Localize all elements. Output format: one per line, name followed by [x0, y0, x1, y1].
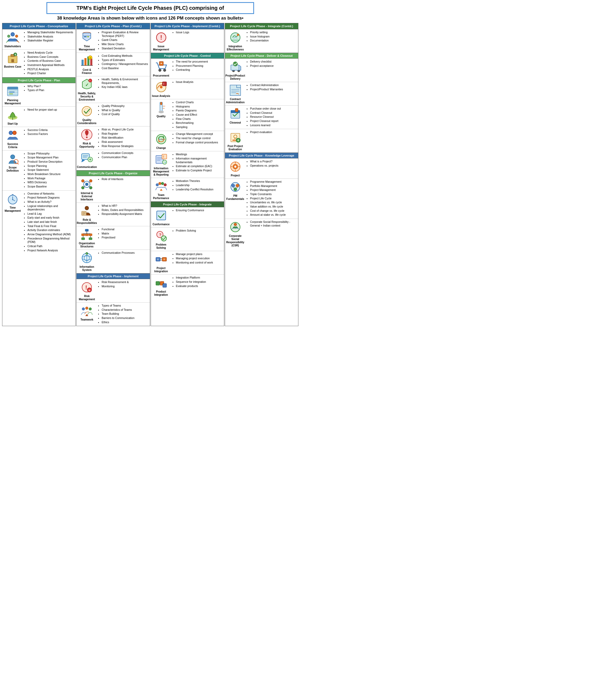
- scope-bullets: Scope Philosophy Scope Management Plan P…: [23, 152, 74, 189]
- hsse-icon-label: ✓ ! Health, Safety, Security & Environme…: [78, 78, 96, 101]
- pm-fundamentals-icon: [229, 180, 242, 194]
- bullet-item: Issue histogram: [250, 35, 297, 39]
- col2-header: Project Life Cycle Phase - Plan (Contd.): [77, 23, 150, 29]
- knowledge-leverage-subheader: Project Life Cycle Phase - Knowledge Lev…: [225, 153, 298, 158]
- quality-ctrl-icon-label: Quality: [152, 101, 171, 118]
- quality-icon: [80, 104, 94, 118]
- risk-mgmt-bullets: Risk Reassessment & Monitoring: [97, 280, 149, 289]
- bullet-item: Procurement Planning: [176, 64, 223, 68]
- risk-icon-label: Risk & Opportunity: [78, 128, 96, 148]
- business-case-icon: $: [6, 51, 20, 65]
- bullet-item: Scope Management Plan: [27, 156, 74, 159]
- bullet-item: PESTLE Analysis: [27, 68, 74, 71]
- bullet-item: Risk assessment: [102, 140, 149, 144]
- bullet-item: Health, Safety & Environment Requirement…: [102, 78, 149, 85]
- startup-icon-label: Start Up: [3, 108, 22, 125]
- team-perf-block: Team Performance Motivation Theories Lea…: [151, 178, 224, 201]
- svg-text:⚙: ⚙: [157, 258, 159, 260]
- csr-bullets: Corporate Social Responsibility - Genera…: [246, 220, 297, 228]
- integration-effectiveness-label: Integration Effectiveness: [226, 45, 244, 51]
- svg-rect-65: [85, 229, 88, 231]
- svg-point-55: [89, 186, 92, 189]
- risk-mgmt-icon-label: ! R Risk Management: [78, 280, 96, 301]
- bullet-item: Project Life Cycle: [250, 197, 297, 200]
- csr-icon-label: Corporate Social Responsibility (CSR): [226, 220, 244, 247]
- risk-mgmt-label: Risk Management: [78, 295, 96, 301]
- startup-bullets: Need for proper start-up: [23, 108, 74, 112]
- scope-icon-label: Scope Definition: [3, 152, 22, 172]
- org-struct-label: Organization Structures: [78, 242, 96, 248]
- issue-mgmt-label: Issue Management: [152, 45, 171, 51]
- time-mgmt2-block: Time Management Program Evaluation & Rev…: [77, 29, 150, 53]
- problem-solving-icon-label: ? Problem Solving: [152, 229, 171, 250]
- closeout-label: Closeout: [230, 121, 241, 124]
- bullet-item: Risk Register: [102, 132, 149, 136]
- business-case-icon-label: $ Busines Case: [3, 51, 22, 68]
- page-wrapper: TPM's Eight Project Life Cycle Phases (P…: [0, 0, 300, 328]
- roles-block: Role & Responsibilities What is HR? Role…: [77, 203, 150, 226]
- svg-rect-69: [81, 238, 85, 240]
- project-kl-icon-label: Project: [226, 160, 244, 177]
- svg-point-162: [234, 188, 237, 191]
- communication-icon: [80, 151, 94, 165]
- product-integration-label: Product Integration: [152, 290, 171, 297]
- bullet-item: Contents of Business Case: [27, 59, 74, 63]
- bullet-item: Project acceptance: [250, 64, 297, 68]
- bullet-item: The need for procurement: [176, 60, 223, 64]
- change-label: Change: [156, 147, 166, 150]
- svg-point-38: [89, 79, 92, 82]
- bullet-item: Issue Analysis: [176, 80, 223, 84]
- hsse-bullets: Health, Safety & Environment Requirement…: [97, 78, 149, 90]
- hsse-block: ✓ ! Health, Safety, Security & Environme…: [77, 76, 150, 103]
- info-reporting-block: ! 🔹 Information Management & Reporting M…: [151, 151, 224, 178]
- svg-point-18: [13, 131, 16, 135]
- interfaces-bullets: Role of Interfaces: [97, 177, 149, 182]
- project-integration-icon: ⚙ ⚙: [154, 252, 168, 266]
- svg-point-92: [163, 69, 166, 72]
- svg-rect-68: [89, 234, 92, 236]
- bullet-item: Pareto Diagrams: [176, 109, 223, 112]
- bullet-item: Contract Closeout: [250, 111, 297, 115]
- svg-point-160: [232, 184, 235, 187]
- interfaces-block: Internal & External Interfaces Role of I…: [77, 176, 150, 203]
- time-mgmt2-label: Time Management: [78, 45, 96, 51]
- bullet-item: Project/Product Warranties: [250, 88, 297, 91]
- bullet-item: Benchmarking: [176, 121, 223, 125]
- bullet-item: Cost Baseline: [102, 67, 149, 70]
- bullet-item: Precedence Diagramming Method (PDM): [27, 237, 74, 244]
- svg-point-154: [234, 166, 236, 168]
- info-reporting-icon: ! 🔹: [154, 153, 168, 166]
- bullet-item: Amount at stake vs. life cycle: [250, 213, 297, 217]
- bullet-item: Information management fundamentals: [176, 157, 223, 164]
- change-icon-label: Scope Cost Change: [152, 132, 171, 150]
- delivery-block: Project/Product Delivery Delivery checkl…: [225, 59, 298, 82]
- teamwork-icon-label: Teamwork: [78, 304, 96, 321]
- quality-block: Quality Considerations Quality Philosoph…: [77, 103, 150, 126]
- bullet-item: Meetings: [176, 153, 223, 156]
- bullet-item: Leadership: [176, 183, 223, 187]
- svg-point-54: [81, 186, 84, 189]
- bullet-item: Types of Teams: [102, 304, 149, 308]
- problem-solving-icon: ?: [154, 229, 168, 243]
- success-block: Success Criteria Success Criteria Succes…: [2, 127, 75, 151]
- bullet-item: Functional: [102, 228, 149, 231]
- pm-fundamentals-label: PM Fundamentals: [226, 194, 244, 201]
- bullet-item: Cost Estimating Methods: [102, 54, 149, 58]
- bullet-item: Why Plan?: [27, 84, 74, 88]
- info-system-block: i Information System Communication Proce…: [77, 250, 150, 273]
- svg-point-51: [85, 183, 88, 186]
- interfaces-icon: [80, 177, 94, 191]
- issue-analysis-label: Issue Analysis: [152, 95, 170, 98]
- bullet-item: Issue Logs: [176, 31, 223, 34]
- info-reporting-label: Information Management & Reporting: [152, 167, 171, 176]
- bullet-item: Formal change control procedures: [176, 141, 223, 145]
- bullet-item: Flow Charts: [176, 117, 223, 121]
- bullet-item: Critical Path: [27, 245, 74, 248]
- bullet-item: Scope Statement: [27, 168, 74, 172]
- svg-text:!: !: [89, 80, 90, 82]
- svg-line-21: [18, 163, 19, 164]
- cost-finance-bullets: Cost Estimating Methods Types of Estimat…: [97, 54, 149, 71]
- time-mgmt-block: Time Management Overview of Networks Pro…: [2, 191, 75, 254]
- bullet-item: Estimate to Complete Project: [176, 169, 223, 172]
- bullet-item: Leadership Conflict Resolution: [176, 188, 223, 192]
